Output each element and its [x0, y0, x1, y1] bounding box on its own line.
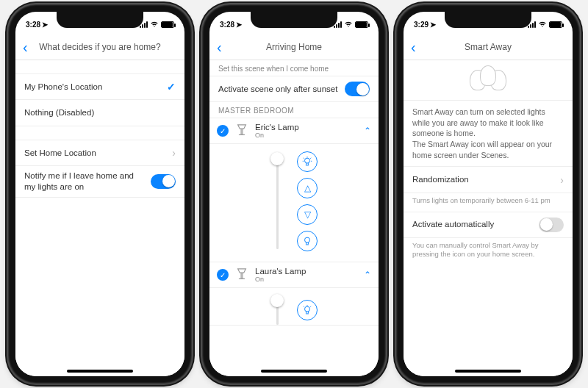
svg-point-0 [305, 158, 310, 163]
nav-bar: ‹ Arriving Home [209, 34, 379, 60]
content-area: Smart Away can turn on selected lights w… [404, 60, 573, 376]
status-time: 3:28 [26, 21, 40, 29]
wifi-icon [344, 21, 353, 29]
section-header-room: MASTER BEDROOM [209, 102, 379, 118]
home-indicator[interactable] [67, 370, 133, 373]
activate-auto-toggle[interactable] [539, 218, 564, 232]
phone-frame-2: 3:28 ➤ ‹ Arriving Home Set this scene wh… [202, 4, 386, 384]
battery-icon [161, 21, 174, 28]
lamp-icon [234, 123, 249, 138]
brightness-slider[interactable] [270, 154, 284, 249]
activate-auto-subtext: You can manually control Smart Away by p… [404, 238, 573, 265]
checked-circle-icon[interactable]: ✓ [217, 269, 229, 281]
battery-icon [549, 21, 562, 28]
location-icon: ➤ [42, 21, 48, 29]
option-phone-location[interactable]: My Phone's Location ✓ [15, 73, 184, 100]
activate-after-sunset-row: Activate scene only after sunset [209, 76, 379, 102]
brightness-slider[interactable] [270, 295, 284, 325]
screen-1: 3:28 ➤ ‹ What decides if you are home? M… [15, 12, 184, 376]
notify-leave-home-row: Notify me if I leave home and my lights … [15, 166, 184, 198]
location-icon: ➤ [236, 21, 242, 29]
randomization-subtext: Turns lights on temporarily between 6-11… [404, 193, 573, 211]
chevron-up-icon[interactable]: ⌃ [364, 126, 371, 136]
back-button[interactable]: ‹ [23, 38, 28, 55]
back-button[interactable]: ‹ [411, 38, 416, 55]
location-icon: ➤ [430, 21, 436, 29]
option-label: My Phone's Location [24, 82, 102, 93]
smart-away-description: Smart Away can turn on selected lights w… [404, 100, 573, 167]
row-label: Activate automatically [412, 219, 494, 230]
lamp-controls-eric: △ ▽ [209, 144, 379, 262]
home-indicator[interactable] [261, 370, 327, 373]
chevron-up-icon[interactable]: ⌃ [364, 270, 371, 280]
row-label: Set Home Location [24, 148, 96, 159]
section-header-set-scene: Set this scene when I come home [209, 60, 379, 76]
option-label: Nothing (Disabled) [24, 107, 94, 118]
brightness-down-button[interactable]: ▽ [297, 204, 318, 225]
randomization-row[interactable]: Randomization › [404, 167, 573, 193]
lamp-icon [234, 267, 249, 282]
chevron-right-icon: › [172, 147, 176, 159]
screen-3: 3:29 ➤ ‹ Smart Away [404, 12, 573, 376]
chevron-right-icon: › [560, 174, 564, 186]
page-title: Smart Away [465, 42, 512, 52]
activate-automatically-row: Activate automatically [404, 212, 573, 238]
lamp-state: On [255, 276, 358, 283]
lamp-state: On [255, 132, 358, 139]
lamp-controls-laura [209, 288, 379, 326]
notch [445, 12, 531, 28]
phone-frame-1: 3:28 ➤ ‹ What decides if you are home? M… [8, 4, 192, 384]
bulb-on-button[interactable] [297, 151, 318, 172]
smart-away-hero-icon [404, 60, 573, 100]
notch [251, 12, 337, 28]
checkmark-icon: ✓ [167, 81, 176, 93]
phone-frame-3: 3:29 ➤ ‹ Smart Away [396, 4, 580, 384]
svg-point-1 [305, 237, 310, 242]
content-area: Set this scene when I come home Activate… [209, 60, 379, 376]
row-label: Randomization [412, 174, 469, 185]
checked-circle-icon[interactable]: ✓ [217, 125, 229, 137]
page-title: What decides if you are home? [39, 42, 160, 52]
row-label: Activate scene only after sunset [218, 84, 337, 95]
notify-toggle[interactable] [151, 174, 176, 189]
row-label: Notify me if I leave home and my lights … [24, 170, 135, 193]
page-title: Arriving Home [266, 42, 322, 52]
lamp-row-laura[interactable]: ✓ Laura's Lamp On ⌃ [209, 262, 379, 288]
brightness-up-button[interactable]: △ [297, 178, 318, 198]
notch [57, 12, 143, 28]
screen-2: 3:28 ➤ ‹ Arriving Home Set this scene wh… [209, 12, 379, 376]
bulb-off-button[interactable] [297, 231, 318, 251]
wifi-icon [538, 21, 547, 29]
content-area: My Phone's Location ✓ Nothing (Disabled)… [15, 60, 184, 376]
option-nothing-disabled[interactable]: Nothing (Disabled) [15, 100, 184, 126]
back-button[interactable]: ‹ [217, 38, 222, 55]
wifi-icon [150, 21, 159, 29]
home-indicator[interactable] [455, 370, 521, 373]
lamp-name: Eric's Lamp [255, 123, 358, 132]
status-time: 3:29 [414, 21, 429, 29]
svg-point-2 [305, 306, 310, 312]
lamp-name: Laura's Lamp [255, 267, 358, 276]
battery-icon [355, 21, 368, 28]
status-time: 3:28 [220, 21, 234, 29]
nav-bar: ‹ What decides if you are home? [15, 34, 184, 60]
set-home-location-row[interactable]: Set Home Location › [15, 140, 184, 166]
nav-bar: ‹ Smart Away [404, 34, 573, 60]
bulb-on-button[interactable] [297, 300, 318, 320]
after-sunset-toggle[interactable] [345, 82, 370, 96]
lamp-row-eric[interactable]: ✓ Eric's Lamp On ⌃ [209, 118, 379, 144]
